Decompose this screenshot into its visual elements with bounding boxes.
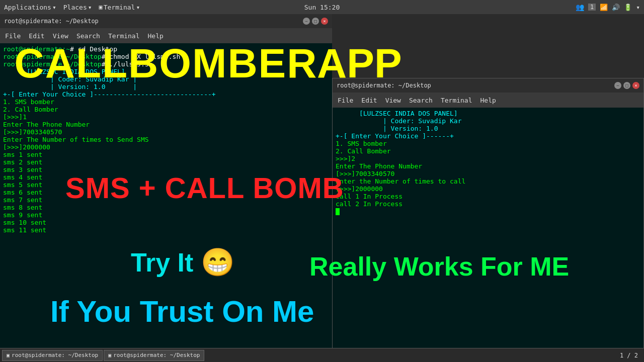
terminal-float-titlebar: root@spidermate: ~/Desktop − □ × (333, 78, 643, 93)
workspace-indicator: 1 (588, 4, 596, 11)
terminal-main-controls: − □ × (303, 18, 328, 25)
terminal-main-line: | Coder: Suvadip Kar | (3, 75, 329, 83)
terminal-main-line: sms 11 sent (3, 226, 329, 234)
terminal-float-controls: − □ × (614, 82, 639, 89)
taskbar-item-2-label: root@spidermate: ~/Desktop (113, 352, 200, 358)
taskbar-item-1-label: root@spidermate: ~/Desktop (12, 352, 98, 358)
taskbar: ▣ root@spidermate: ~/Desktop ▣ root@spid… (0, 348, 644, 362)
terminal-main-line: +-[ Enter Your Choice ]-----------------… (3, 90, 329, 98)
terminal-main-titlebar: root@spidermate: ~/Desktop − □ × (0, 14, 332, 28)
terminal-main-line: root@spidermate:~/Desktop# chmod +X luls… (3, 53, 329, 60)
float-menu-help[interactable]: Help (480, 97, 496, 104)
terminal-main-line: Enter The Phone Number (3, 121, 329, 128)
terminal-main-line: sms 3 sent (3, 166, 329, 173)
battery-icon: 🔋 (624, 4, 632, 11)
terminal-cursor (336, 208, 340, 215)
places-menu[interactable]: Places ▾ (63, 4, 92, 11)
terminal-float-line: 1. SMS bomber (336, 140, 640, 147)
terminal-main-menu: File Edit View Search Terminal Help (0, 28, 332, 43)
terminal-float-line: [>>>]2000000 (336, 185, 640, 193)
terminal-float-line: 2. Call Bomber (336, 147, 640, 155)
float-close-button[interactable]: × (632, 82, 639, 89)
terminal-float-line: | Coder: Suvadip Kar (336, 117, 640, 125)
sound-icon: 🔊 (612, 4, 620, 11)
top-bar-left: Applications ▾ Places ▾ ▣ Terminal ▾ (4, 4, 140, 11)
terminal-float-line: call 1 In Process (336, 193, 640, 200)
terminal-main-line: 2. Call Bomber (3, 106, 329, 113)
terminal-main-line: sms 9 sent (3, 211, 329, 219)
taskbar-item-1-icon: ▣ (7, 352, 10, 358)
terminal-main-line: root@spidermate:~# cd Desktop (3, 45, 329, 53)
terminal-float-line: call 2 In Process (336, 200, 640, 208)
float-menu-terminal[interactable]: Terminal (441, 97, 472, 104)
terminal-float-line: Enter the Number of times to call (336, 177, 640, 185)
taskbar-item-1[interactable]: ▣ root@spidermate: ~/Desktop (2, 350, 103, 361)
taskbar-page: 1 / 2 (616, 352, 642, 359)
terminal-main-line: sms 7 sent (3, 196, 329, 204)
close-button[interactable]: × (321, 18, 328, 25)
terminal-main-line: sms 5 sent (3, 181, 329, 189)
terminal-main-line: sms 10 sent (3, 219, 329, 226)
terminal-main-line: Enter The Number of times to Send SMS (3, 136, 329, 143)
users-icon: 👥 (576, 3, 584, 11)
menu-terminal[interactable]: Terminal (108, 32, 140, 40)
terminal-main-line: [>>>]2000000 (3, 143, 329, 151)
power-arrow: ▾ (636, 4, 640, 11)
taskbar-item-2-icon: ▣ (108, 352, 111, 358)
float-menu-edit[interactable]: Edit (361, 97, 377, 104)
menu-file[interactable]: File (5, 32, 21, 40)
terminal-label: Terminal (104, 4, 135, 11)
menu-edit[interactable]: Edit (29, 32, 44, 40)
terminal-main-line: | Version: 1.0 | (3, 83, 329, 90)
top-bar-time: Sun 15:20 (304, 4, 340, 11)
float-menu-file[interactable]: File (338, 97, 353, 104)
terminal-float-line: +-[ Enter Your Choice ]------+ (336, 132, 640, 140)
menu-search[interactable]: Search (76, 32, 100, 40)
terminal-float-body[interactable]: [LULZSEC INDIA DOS PANEL] | Coder: Suvad… (333, 108, 643, 359)
places-label: Places (63, 4, 87, 11)
terminal-main-line: sms 2 sent (3, 158, 329, 166)
terminal-float-line: [>>>]7003340570 (336, 170, 640, 177)
terminal-main-line: 1. SMS bomber (3, 98, 329, 106)
minimize-button[interactable]: − (303, 18, 310, 25)
terminal-icon: ▣ (99, 4, 103, 11)
places-arrow: ▾ (88, 4, 92, 11)
float-maximize-button[interactable]: □ (623, 82, 630, 89)
applications-label: Applications (4, 4, 51, 11)
terminal-float-line: >>>]2 (336, 155, 640, 162)
terminal-float-line: Enter The Phone Number (336, 162, 640, 170)
taskbar-item-2[interactable]: ▣ root@spidermate: ~/Desktop (104, 350, 204, 361)
float-minimize-button[interactable]: − (614, 82, 621, 89)
applications-menu[interactable]: Applications ▾ (4, 4, 56, 11)
maximize-button[interactable]: □ (312, 18, 319, 25)
float-menu-view[interactable]: View (385, 97, 401, 104)
terminal-main-body[interactable]: root@spidermate:~# cd Desktoproot@spider… (0, 43, 332, 362)
float-menu-search[interactable]: Search (409, 97, 433, 104)
terminal-float-title: root@spidermate: ~/Desktop (337, 82, 431, 89)
terminal-main-title: root@spidermate: ~/Desktop (4, 18, 99, 25)
terminal-arrow: ▾ (136, 4, 140, 11)
wifi-icon: 📶 (600, 4, 608, 11)
top-bar: Applications ▾ Places ▾ ▣ Terminal ▾ Sun… (0, 0, 644, 14)
terminal-main-line: sms 1 sent (3, 151, 329, 158)
menu-help[interactable]: Help (148, 32, 164, 40)
terminal-float: root@spidermate: ~/Desktop − □ × File Ed… (332, 78, 644, 359)
terminal-main-line: [>>>]1 (3, 113, 329, 121)
terminal-float-line: | Version: 1.0 (336, 125, 640, 132)
terminal-main-line: [>>>]7003340570 (3, 128, 329, 136)
terminal-main-line: sms 6 sent (3, 189, 329, 196)
menu-view[interactable]: View (53, 32, 68, 40)
terminal-main-line: sms 8 sent (3, 204, 329, 211)
terminal-float-menu: File Edit View Search Terminal Help (333, 93, 643, 108)
terminal-main: root@spidermate: ~/Desktop − □ × File Ed… (0, 14, 332, 362)
terminal-main-line: [LULZSEC INDIA DOS PANEL] (3, 68, 329, 75)
terminal-float-line (336, 208, 640, 215)
terminal-float-line: [LULZSEC INDIA DOS PANEL] (336, 110, 640, 117)
terminal-main-line: root@spidermate:~/Desktop# ./lulsms.sh (3, 60, 329, 68)
top-bar-right: 👥 1 📶 🔊 🔋 ▾ (576, 3, 640, 11)
applications-arrow: ▾ (52, 4, 56, 11)
terminal-menu[interactable]: ▣ Terminal ▾ (99, 4, 140, 11)
terminal-main-line: sms 4 sent (3, 173, 329, 181)
